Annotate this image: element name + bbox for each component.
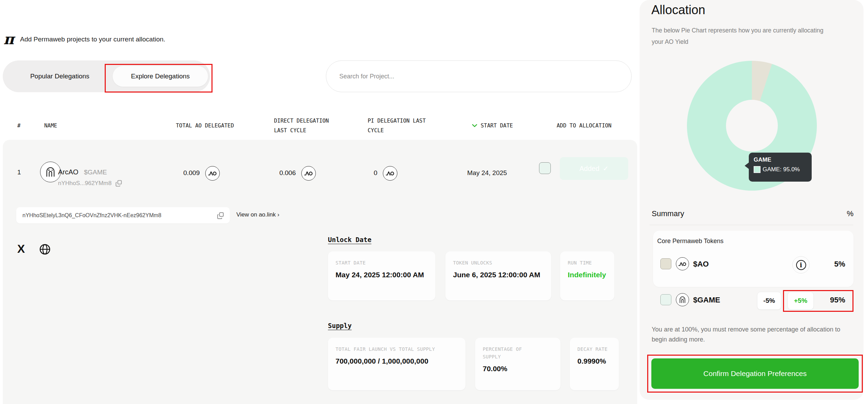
run-time-card: RUN TIME Indefinitely xyxy=(560,251,614,300)
ao-token-icon xyxy=(301,166,316,181)
tab-explore-delegations[interactable]: Explore Delegations xyxy=(113,66,208,87)
column-header-add-to-allocation: ADD TO ALLOCATION xyxy=(557,121,612,131)
decrease-5-button[interactable]: -5% xyxy=(757,292,781,310)
ao-token-icon xyxy=(676,257,689,270)
tab-popular-delegations[interactable]: Popular Delegations xyxy=(13,60,106,92)
card-value: June 6, 2025 12:00:00 AM xyxy=(453,269,544,280)
card-label: DECAY RATE xyxy=(577,345,611,353)
card-value: May 24, 2025 12:00:00 AM xyxy=(336,269,428,280)
ao-color-checkbox[interactable] xyxy=(660,258,671,269)
info-button[interactable]: i xyxy=(792,256,810,273)
pi-logo-icon: π xyxy=(3,32,14,47)
cell-direct-delegation: 0.006 xyxy=(258,169,296,177)
cell-pi-delegation: 0 xyxy=(339,169,377,177)
added-label: Added xyxy=(579,165,600,173)
allocation-title: Allocation xyxy=(651,3,705,17)
supply-heading: Supply xyxy=(328,322,352,329)
card-value: 0.9990% xyxy=(577,356,611,366)
confirm-delegation-button[interactable]: Confirm Delegation Preferences xyxy=(651,358,859,389)
arcao-arch-icon xyxy=(44,165,57,179)
card-value: 700,000,000 / 1,000,000,000 xyxy=(336,356,434,366)
summary-heading: Summary xyxy=(652,209,684,218)
column-header-start-date: START DATE xyxy=(481,121,513,131)
game-color-checkbox[interactable] xyxy=(660,294,671,305)
info-icon: i xyxy=(796,260,806,270)
card-label: RUN TIME xyxy=(568,259,607,267)
row-rank: 1 xyxy=(17,169,21,176)
fair-launch-card: TOTAL FAIR LAUNCH VS TOTAL SUPPLY 700,00… xyxy=(328,338,465,390)
arcao-avatar xyxy=(40,162,61,182)
row-allocation-checkbox[interactable] xyxy=(539,162,551,174)
ao-ticker: $AO xyxy=(693,260,709,269)
percent-column-label: % xyxy=(845,209,853,218)
card-value: 70.00% xyxy=(483,363,553,374)
column-header-rank: # xyxy=(17,121,20,131)
cell-start-date: May 24, 2025 xyxy=(467,169,507,177)
ao-percent: 5% xyxy=(829,260,845,269)
cell-total-ao-delegated: 0.009 xyxy=(162,169,200,177)
card-label: START DATE xyxy=(336,259,428,267)
decay-rate-card: DECAY RATE 0.9990% xyxy=(570,338,619,390)
tooltip-label: GAME: 95.0% xyxy=(763,166,800,173)
project-ticker: $GAME xyxy=(84,169,107,176)
twitter-x-icon[interactable]: X xyxy=(17,242,25,256)
game-percent: 95% xyxy=(824,296,845,305)
project-name[interactable]: ArcAO xyxy=(58,168,78,176)
column-header-total-ao-delegated: TOTAL AO DELEGATED xyxy=(176,121,234,131)
added-button[interactable]: Added ✓ xyxy=(560,157,628,180)
allocation-warning: You are at 100%, you must remove some pe… xyxy=(652,325,852,345)
copy-icon xyxy=(115,180,122,187)
address-short-text: nYHhoS...962YMm8 xyxy=(58,180,112,187)
tooltip-title: GAME xyxy=(754,156,807,163)
sort-chevron-down-icon xyxy=(472,124,477,127)
chart-tooltip: GAME GAME: 95.0% xyxy=(749,153,812,182)
card-label: PERCENTAGE OF SUPPLY xyxy=(483,345,538,360)
game-token-icon xyxy=(676,293,689,306)
delegations-table-body: 1 ArcAO $GAME nYHhoS...962YMm8 0.009 0.0… xyxy=(3,140,637,404)
column-header-name: NAME xyxy=(44,121,57,131)
full-address-pill: nYHhoSEtelyL3nQ6_CFoOVnZfnz2VHK-nEez962Y… xyxy=(16,207,230,223)
copy-icon[interactable] xyxy=(217,212,224,219)
column-header-direct-delegation: DIRECT DELEGATION LAST CYCLE xyxy=(274,116,345,135)
summary-divider xyxy=(650,225,853,225)
token-unlocks-card: TOKEN UNLOCKS June 6, 2025 12:00:00 AM xyxy=(445,251,551,300)
start-date-card: START DATE May 24, 2025 12:00:00 AM xyxy=(328,251,435,300)
delegations-tabbar: Popular Delegations Explore Delegations xyxy=(3,60,210,92)
full-address-text: nYHhoSEtelyL3nQ6_CFoOVnZfnz2VHK-nEez962Y… xyxy=(22,212,213,219)
check-icon: ✓ xyxy=(603,164,609,173)
card-value-runtime: Indefinitely xyxy=(568,269,607,280)
game-ticker: $GAME xyxy=(693,296,720,305)
tooltip-swatch xyxy=(754,166,761,173)
column-header-pi-delegation: PI DELEGATION LAST CYCLE xyxy=(368,116,438,135)
search-input[interactable] xyxy=(326,60,632,92)
allocation-description: The below Pie Chart represents how you a… xyxy=(652,25,829,48)
core-tokens-label: Core Permaweb Tokens xyxy=(657,238,724,245)
view-on-aolink[interactable]: View on ao.link › xyxy=(236,211,279,218)
ao-token-icon xyxy=(383,166,397,181)
percentage-supply-card: PERCENTAGE OF SUPPLY 70.00% xyxy=(475,338,560,390)
project-address-short[interactable]: nYHhoS...962YMm8 xyxy=(58,180,122,187)
column-header-start-date-sort[interactable]: START DATE xyxy=(472,121,513,131)
page-subtitle: Add Permaweb projects to your current al… xyxy=(20,36,165,43)
website-globe-icon[interactable] xyxy=(39,243,51,256)
unlock-date-heading: Unlock Date xyxy=(328,236,371,243)
increase-5-button[interactable]: +5% xyxy=(787,292,814,310)
ao-token-icon xyxy=(205,166,220,181)
card-label: TOTAL FAIR LAUNCH VS TOTAL SUPPLY xyxy=(336,345,458,353)
card-label: TOKEN UNLOCKS xyxy=(453,259,544,267)
